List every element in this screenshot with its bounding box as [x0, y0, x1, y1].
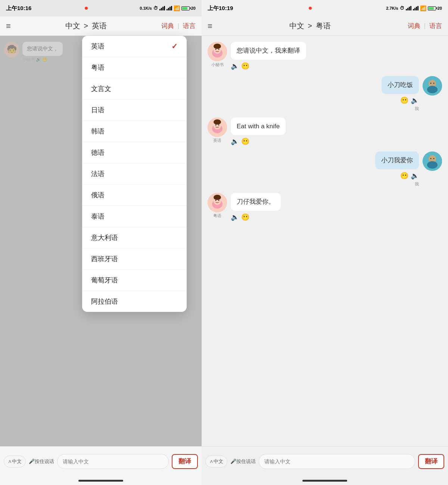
wifi-icon: 📶	[174, 5, 180, 11]
msg-3-avatar	[423, 151, 442, 171]
right-lang-button[interactable]: 语言	[429, 22, 442, 30]
msg-2-row: 英语 Eat with a knife 🔈 😶	[208, 118, 442, 146]
right-header-right: 词典 | 语言	[408, 22, 442, 30]
msg-2-bubble: Eat with a knife	[231, 118, 286, 135]
dropdown-item-portuguese[interactable]: 葡萄牙语	[82, 270, 187, 291]
msg-4-name: 粤语	[213, 213, 221, 219]
right-signal	[406, 6, 411, 10]
left-speed: 0.1K/s	[140, 6, 152, 10]
left-dict-button[interactable]: 词典	[161, 22, 174, 30]
dropdown-item-russian[interactable]: 俄语	[82, 185, 187, 206]
msg-3-row: 小刀我爱你 😶 🔈 我	[208, 151, 442, 187]
right-header-title: 中文 > 粤语	[289, 21, 331, 31]
msg-1-audio-icon[interactable]: 🔈	[411, 96, 419, 104]
dropdown-item-italian[interactable]: 意大利语	[82, 227, 187, 248]
right-status-dot	[309, 7, 312, 10]
right-menu-icon[interactable]: ≡	[208, 21, 212, 31]
right-mic-button[interactable]: 🎤按住说话	[230, 458, 256, 465]
dropdown-item-japanese[interactable]: 日语	[82, 100, 187, 121]
msg-4-bubble: 刀仔我爱你。	[231, 193, 281, 211]
left-lang-button[interactable]: 语言	[183, 22, 196, 30]
msg-4-avatar	[208, 193, 227, 212]
dropdown-item-arabic[interactable]: 阿拉伯语	[82, 291, 187, 312]
language-dropdown[interactable]: 英语 ✓ 粤语 文言文 日语 韩语 德语 法语 俄语 泰语 意大利语	[82, 36, 187, 312]
right-header: ≡ 中文 > 粤语 词典 | 语言	[202, 16, 448, 36]
msg-0-audio-icon[interactable]: 🔈	[231, 62, 239, 70]
svg-point-4	[218, 49, 220, 50]
left-battery-label: 20	[191, 6, 196, 10]
right-signal2	[413, 6, 419, 10]
left-lang-switch[interactable]: ∧中文	[4, 456, 26, 467]
dropdown-item-french[interactable]: 法语	[82, 163, 187, 185]
msg-4-speaking-icon[interactable]: 😶	[241, 213, 249, 221]
msg-0-speaking-icon[interactable]: 😶	[241, 62, 249, 70]
svg-point-14	[215, 124, 217, 125]
svg-point-3	[215, 49, 217, 50]
right-speed: 2.7K/s	[386, 6, 398, 10]
left-text-input[interactable]	[57, 454, 169, 469]
svg-point-10	[433, 82, 435, 84]
dropdown-item-korean[interactable]: 韩语	[82, 121, 187, 142]
right-translate-button[interactable]: 翻译	[418, 454, 444, 469]
msg-1-row: 小刀吃饭 😶 🔈 我	[208, 76, 442, 112]
msg-2-name: 英语	[213, 138, 221, 143]
left-translate-button[interactable]: 翻译	[172, 454, 198, 469]
msg-4-audio-icon[interactable]: 🔈	[231, 213, 239, 221]
svg-point-16	[214, 119, 221, 125]
svg-point-19	[427, 161, 438, 169]
right-battery	[428, 6, 436, 10]
svg-point-27	[214, 195, 221, 200]
msg-1-name: 我	[415, 106, 419, 112]
left-panel: 上午10:16 0.1K/s ⏱ 📶 20 ≡	[0, 0, 202, 485]
dropdown-item-english[interactable]: 英语 ✓	[82, 36, 187, 57]
msg-2-audio-icon[interactable]: 🔈	[231, 137, 239, 146]
msg-0-bubble: 您请说中文，我来翻译	[231, 42, 306, 60]
left-menu-icon[interactable]: ≡	[6, 21, 11, 31]
left-home-indicator	[0, 476, 202, 485]
dropdown-item-classical[interactable]: 文言文	[82, 78, 187, 100]
dropdown-item-spanish[interactable]: 西班牙语	[82, 248, 187, 270]
right-battery-label: 20	[438, 6, 442, 10]
msg-2-avatar	[208, 118, 227, 137]
right-home-indicator	[202, 476, 448, 485]
msg-2-speaking-icon[interactable]: 😶	[241, 137, 249, 146]
right-lang-switch[interactable]: ∧中文	[205, 456, 227, 467]
right-wifi-icon: 📶	[420, 5, 426, 11]
dropdown-item-cantonese[interactable]: 粤语	[82, 57, 187, 78]
msg-3-speaking-icon[interactable]: 😶	[400, 172, 408, 180]
right-text-input[interactable]	[259, 454, 415, 469]
svg-point-15	[218, 124, 220, 125]
msg-1-avatar	[423, 76, 442, 96]
msg-3-audio-icon[interactable]: 🔈	[411, 172, 419, 180]
right-status-bar: 上午10:19 2.7K/s ⏱ 📶 20	[202, 0, 448, 16]
right-status-icons: 2.7K/s ⏱ 📶 20	[386, 5, 442, 11]
dropdown-item-german[interactable]: 德语	[82, 142, 187, 163]
left-header-title: 中文 > 英语	[65, 21, 107, 31]
msg-0-row: 小秘书 您请说中文，我来翻译 🔈 😶	[208, 42, 442, 70]
msg-1-speaking-icon[interactable]: 😶	[400, 96, 408, 104]
left-signal2	[167, 6, 172, 10]
left-status-dot	[85, 7, 88, 10]
left-header: ≡ 中文 > 英语 词典 | 语言	[0, 16, 202, 36]
svg-point-21	[433, 158, 435, 159]
left-signal	[159, 6, 165, 10]
right-chat-area: 小秘书 您请说中文，我来翻译 🔈 😶 小刀吃饭 😶 🔈	[202, 36, 448, 446]
right-dict-button[interactable]: 词典	[408, 22, 420, 30]
msg-0-name: 小秘书	[211, 62, 224, 68]
svg-point-9	[430, 82, 432, 84]
svg-point-25	[215, 200, 217, 201]
left-mic-button[interactable]: 🎤按住说话	[29, 458, 54, 465]
svg-point-5	[214, 44, 221, 49]
right-clock-icon: ⏱	[400, 6, 404, 11]
right-bottom-bar: ∧中文 🎤按住说话 翻译	[202, 446, 448, 476]
msg-0-avatar	[208, 42, 227, 61]
left-bottom-bar: ∧中文 🎤按住说话 翻译	[0, 446, 202, 476]
dropdown-item-thai[interactable]: 泰语	[82, 206, 187, 227]
svg-point-20	[430, 158, 432, 159]
right-time: 上午10:19	[208, 5, 233, 12]
svg-point-8	[427, 86, 438, 93]
check-icon: ✓	[171, 42, 178, 51]
msg-4-row: 粤语 刀仔我爱你。 🔈 😶	[208, 193, 442, 221]
left-battery	[181, 6, 190, 10]
left-time: 上午10:16	[6, 5, 31, 12]
